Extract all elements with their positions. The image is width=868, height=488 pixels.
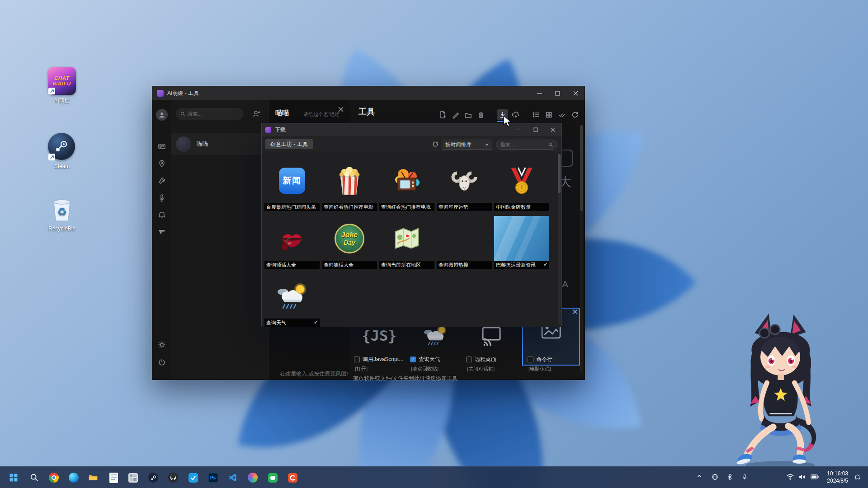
tray-mic-icon[interactable] bbox=[741, 474, 748, 480]
workshop-item-label: 中国队金牌数量 bbox=[494, 203, 549, 211]
minimize-button[interactable] bbox=[530, 86, 548, 100]
dialog-close-button[interactable] bbox=[544, 123, 561, 136]
settings-gear-icon[interactable] bbox=[158, 341, 166, 349]
add-contact-icon[interactable] bbox=[253, 110, 261, 118]
select-all-button[interactable] bbox=[557, 109, 567, 120]
workshop-item-location[interactable]: 查询当前所在地区 bbox=[379, 216, 434, 269]
sidebar-bell-icon[interactable] bbox=[158, 211, 166, 219]
workshop-item-jokes[interactable]: Joke Day 查询笑话大全 bbox=[322, 216, 377, 269]
tool-label-row[interactable]: 调用JavaScript... bbox=[354, 356, 403, 363]
sidebar-gun-icon[interactable] bbox=[158, 227, 166, 235]
checkbox[interactable] bbox=[528, 357, 533, 362]
maximize-button[interactable] bbox=[548, 86, 566, 100]
tray-network-globe-icon[interactable] bbox=[712, 474, 718, 480]
workshop-item-saohua[interactable]: 查询骚话大全 bbox=[264, 216, 320, 269]
grid-view-button[interactable] bbox=[543, 109, 554, 120]
new-file-button[interactable] bbox=[437, 109, 448, 120]
workshop-item-medals[interactable]: 1 中国队金牌数量 bbox=[494, 158, 549, 211]
sidebar-location-icon[interactable] bbox=[158, 160, 166, 168]
dialog-maximize-button[interactable] bbox=[527, 123, 544, 136]
tools-scrollbar-track[interactable] bbox=[580, 125, 583, 373]
tool-label-row[interactable]: 远程桌面 bbox=[466, 356, 496, 363]
main-window-titlebar[interactable]: AI萌娘 - 工具 bbox=[152, 86, 585, 100]
tray-volume-icon[interactable] bbox=[798, 474, 806, 480]
taskbar-photoshop-icon[interactable]: Ps bbox=[205, 469, 221, 486]
sort-dropdown[interactable]: 按时间排序 bbox=[442, 140, 492, 150]
chat-search-input[interactable] bbox=[188, 111, 239, 117]
dialog-scrollbar-thumb[interactable] bbox=[558, 154, 561, 193]
desktop-icon-steam[interactable]: Steam bbox=[35, 133, 89, 169]
chat-close-icon[interactable] bbox=[338, 106, 344, 113]
taskbar-app-7-icon[interactable] bbox=[125, 469, 141, 486]
workshop-item-tv[interactable]: 查询好看热门推荐电视 bbox=[379, 158, 434, 211]
taskbar-file-explorer-icon[interactable] bbox=[85, 469, 101, 486]
sidebar-tools-icon[interactable] bbox=[158, 177, 166, 185]
delete-button[interactable] bbox=[476, 109, 486, 120]
workshop-item-weather[interactable]: 查询天气 ✓ bbox=[264, 274, 320, 327]
taskbar-steam-icon[interactable] bbox=[145, 469, 161, 486]
sidebar-mic-icon[interactable] bbox=[158, 194, 166, 202]
dialog-search-box[interactable] bbox=[496, 140, 557, 150]
search-icon bbox=[180, 111, 185, 117]
edit-button[interactable] bbox=[450, 109, 461, 120]
dialog-scrollbar-track[interactable] bbox=[558, 154, 561, 324]
tool-label-row[interactable]: ✓ 查询天气 bbox=[410, 356, 440, 363]
folder-button[interactable] bbox=[463, 109, 474, 120]
taskbar-chrome-icon[interactable] bbox=[46, 469, 62, 486]
selected-check-icon: ✓ bbox=[543, 261, 548, 268]
lips-icon bbox=[278, 224, 307, 253]
dialog-title: 下载 bbox=[275, 126, 286, 134]
badge-text: Joke bbox=[341, 231, 358, 239]
workshop-tab[interactable]: 创意工坊 - 工具 bbox=[265, 139, 313, 149]
taskbar-orange-app-icon[interactable] bbox=[284, 469, 301, 486]
taskbar-colorful-app-icon[interactable] bbox=[245, 469, 261, 486]
dialog-titlebar[interactable]: 下载 bbox=[262, 123, 561, 136]
workshop-item-news[interactable]: 新闻 百度最新热门新闻头条 bbox=[264, 158, 320, 211]
taskbar-notepad-icon[interactable] bbox=[105, 469, 122, 486]
dialog-refresh-icon[interactable] bbox=[432, 141, 439, 148]
taskbar-todo-check-icon[interactable] bbox=[185, 469, 201, 486]
start-button[interactable] bbox=[5, 469, 22, 486]
taskbar-vscode-icon[interactable] bbox=[225, 469, 241, 486]
checkbox[interactable] bbox=[466, 357, 472, 362]
tray-wifi-icon[interactable] bbox=[787, 474, 794, 480]
remove-item-icon[interactable] bbox=[572, 309, 578, 314]
map-icon bbox=[393, 226, 421, 251]
close-button[interactable] bbox=[566, 86, 585, 100]
checkbox-checked[interactable]: ✓ bbox=[410, 357, 416, 362]
clock-date: 2024/8/5 bbox=[827, 477, 848, 484]
checkbox[interactable] bbox=[354, 357, 360, 362]
sidebar-contacts-icon[interactable] bbox=[158, 142, 166, 150]
list-view-button[interactable] bbox=[531, 109, 542, 120]
tray-bluetooth-icon[interactable] bbox=[726, 474, 733, 480]
show-desktop-button[interactable] bbox=[866, 467, 868, 488]
workshop-item-olympics[interactable]: 巴黎奥运最新资讯 ✓ bbox=[494, 216, 549, 269]
taskbar-clock[interactable]: 10:16:03 2024/8/5 bbox=[827, 470, 848, 484]
workshop-item-label: 百度最新热门新闻头条 bbox=[264, 203, 320, 211]
refresh-button[interactable] bbox=[570, 109, 580, 120]
olympics-tile-icon bbox=[494, 216, 549, 261]
taskbar-github-icon[interactable] bbox=[165, 469, 181, 486]
workshop-item-horoscope[interactable]: 查询星座运势 bbox=[437, 158, 492, 211]
tools-scrollbar-thumb[interactable] bbox=[580, 125, 583, 211]
tray-battery-icon[interactable] bbox=[811, 474, 819, 479]
drop-hint: 拖放软件或文件/文件夹到此可快速添加工具 bbox=[353, 375, 458, 382]
user-avatar[interactable] bbox=[156, 109, 168, 121]
workshop-item-movies[interactable]: 查询好看热门推荐电影 bbox=[322, 158, 377, 211]
chat-item-name: 喵喵 bbox=[197, 140, 208, 148]
desktop-icon-recycle-bin[interactable]: ♻ RecycleBin bbox=[35, 195, 89, 232]
tray-chevron-up-icon[interactable] bbox=[696, 473, 703, 479]
desktop-icon-ai-moeniang[interactable]: CHAT WAIFU AI萌娘 bbox=[35, 67, 89, 105]
tool-label-row[interactable]: 命令行 bbox=[528, 356, 552, 363]
chat-list-item[interactable]: 喵喵 bbox=[171, 133, 269, 155]
taskbar-edge-icon[interactable] bbox=[66, 469, 82, 486]
notification-bell-icon[interactable] bbox=[854, 474, 861, 481]
taskbar-search-button[interactable] bbox=[26, 469, 42, 486]
dialog-search-input[interactable] bbox=[500, 142, 546, 147]
workshop-item-weibo[interactable]: 查询微博热搜 bbox=[437, 216, 492, 269]
taskbar-green-app-icon[interactable] bbox=[264, 469, 281, 486]
power-icon[interactable] bbox=[158, 358, 166, 366]
chat-search-box[interactable] bbox=[176, 108, 244, 120]
js-icon: {JS} bbox=[362, 327, 396, 344]
shortcut-arrow-icon bbox=[48, 88, 55, 94]
